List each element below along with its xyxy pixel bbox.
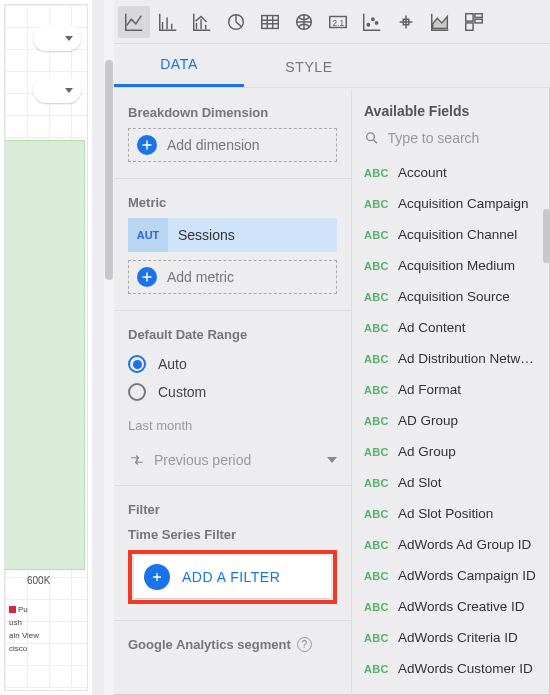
field-item[interactable]: ABCAdWords Creative ID	[352, 591, 550, 622]
field-label: Account	[398, 165, 447, 180]
field-item[interactable]: ABCAd Distribution Netw…	[352, 343, 550, 374]
field-label: Acquisition Campaign	[398, 196, 529, 211]
help-icon[interactable]: ?	[297, 637, 312, 652]
field-type-abc-icon: ABC	[364, 353, 388, 365]
field-type-abc-icon: ABC	[364, 167, 388, 179]
add-metric-button[interactable]: Add metric	[128, 260, 337, 294]
section-ga-segment-title: Google Analytics segment	[128, 637, 291, 652]
field-label: AdWords Ad Group ID	[398, 537, 531, 552]
daterange-summary: Last month	[128, 418, 337, 433]
chart-type-combo[interactable]	[186, 6, 218, 38]
svg-rect-12	[466, 22, 473, 29]
preview-chip[interactable]	[33, 77, 81, 103]
svg-rect-11	[475, 19, 482, 23]
section-daterange-title: Default Date Range	[128, 327, 337, 342]
chart-type-area[interactable]	[424, 6, 456, 38]
field-label: AdWords Criteria ID	[398, 630, 518, 645]
field-label: Ad Format	[398, 382, 461, 397]
field-item[interactable]: ABCAd Slot Position	[352, 498, 550, 529]
field-label: Acquisition Medium	[398, 258, 515, 273]
field-item[interactable]: ABCAdWords Criteria ID	[352, 622, 550, 653]
field-label: Ad Distribution Netw…	[398, 351, 534, 366]
field-type-abc-icon: ABC	[364, 415, 388, 427]
tab-data[interactable]: DATA	[114, 56, 244, 87]
daterange-auto[interactable]: Auto	[128, 350, 337, 378]
plus-icon	[137, 267, 157, 287]
field-type-abc-icon: ABC	[364, 508, 388, 520]
field-item[interactable]: ABCAd Slot	[352, 467, 550, 498]
add-dimension-label: Add dimension	[167, 137, 260, 153]
field-type-abc-icon: ABC	[364, 632, 388, 644]
field-item[interactable]: ABCAd Group	[352, 436, 550, 467]
field-type-abc-icon: ABC	[364, 260, 388, 272]
field-label: AdWords Campaign ID	[398, 568, 536, 583]
available-fields-panel: Available Fields ABCAccountABCAcquisitio…	[352, 89, 550, 695]
available-fields-title: Available Fields	[364, 103, 538, 119]
field-item[interactable]: ABCAdWords Customer ID	[352, 653, 550, 684]
svg-rect-1	[262, 15, 279, 28]
svg-text:2.1: 2.1	[333, 18, 345, 27]
field-type-abc-icon: ABC	[364, 384, 388, 396]
svg-point-13	[367, 133, 375, 141]
field-label: Acquisition Channel	[398, 227, 517, 242]
field-item[interactable]: ABCAccount	[352, 157, 550, 188]
field-type-abc-icon: ABC	[364, 322, 388, 334]
plus-icon	[144, 564, 170, 590]
section-metric-title: Metric	[128, 195, 337, 210]
add-filter-button[interactable]: ADD A FILTER	[134, 556, 331, 598]
field-item[interactable]: ABCAdWords Ad Group ID	[352, 529, 550, 560]
svg-point-5	[367, 23, 369, 25]
field-item[interactable]: ABCAdWords Campaign ID	[352, 560, 550, 591]
field-item[interactable]: ABCAcquisition Channel	[352, 219, 550, 250]
chart-type-toolbar: 2.1	[114, 0, 550, 44]
tutorial-highlight: ADD A FILTER	[128, 550, 337, 604]
filter-subtitle: Time Series Filter	[128, 527, 337, 542]
fields-scrollbar[interactable]	[543, 209, 550, 263]
field-item[interactable]: ABCAcquisition Campaign	[352, 188, 550, 219]
chart-type-bullet[interactable]	[390, 6, 422, 38]
chart-type-scorecard[interactable]: 2.1	[322, 6, 354, 38]
panel-scrollbar[interactable]	[104, 0, 114, 695]
field-item[interactable]: ABCAd Format	[352, 374, 550, 405]
field-item[interactable]: ABCAD Group	[352, 405, 550, 436]
metric-type-badge: AUT	[128, 218, 168, 252]
field-label: Ad Slot	[398, 475, 442, 490]
chart-type-table[interactable]	[254, 6, 286, 38]
svg-point-7	[375, 21, 377, 23]
chart-type-geo[interactable]	[288, 6, 320, 38]
add-dimension-button[interactable]: Add dimension	[128, 128, 337, 162]
chart-type-bar[interactable]	[152, 6, 184, 38]
add-metric-label: Add metric	[167, 269, 234, 285]
metric-chip[interactable]: AUT Sessions	[128, 218, 337, 252]
field-item[interactable]: ABCAcquisition Medium	[352, 250, 550, 281]
field-label: Ad Slot Position	[398, 506, 493, 521]
daterange-custom[interactable]: Custom	[128, 378, 337, 406]
chart-type-pivot[interactable]	[458, 6, 490, 38]
svg-rect-10	[475, 13, 482, 17]
field-type-abc-icon: ABC	[364, 446, 388, 458]
field-item[interactable]: ABCAcquisition Source	[352, 281, 550, 312]
section-filter-title: Filter	[128, 502, 337, 517]
preview-chip[interactable]	[33, 25, 81, 51]
field-label: Ad Content	[398, 320, 466, 335]
tab-style[interactable]: STYLE	[244, 59, 374, 87]
field-type-abc-icon: ABC	[364, 198, 388, 210]
radio-icon	[128, 383, 146, 401]
metric-label: Sessions	[168, 218, 337, 252]
field-type-abc-icon: ABC	[364, 601, 388, 613]
chart-type-scatter[interactable]	[356, 6, 388, 38]
radio-icon	[128, 355, 146, 373]
chevron-down-icon	[327, 457, 337, 463]
field-label: AD Group	[398, 413, 458, 428]
field-item[interactable]: ABCAd Content	[352, 312, 550, 343]
field-type-abc-icon: ABC	[364, 539, 388, 551]
plus-icon	[137, 135, 157, 155]
field-type-abc-icon: ABC	[364, 477, 388, 489]
fields-search-input[interactable]	[388, 130, 538, 146]
compare-period-select[interactable]: Previous period	[128, 451, 337, 469]
field-type-abc-icon: ABC	[364, 663, 388, 675]
field-type-abc-icon: ABC	[364, 570, 388, 582]
fields-search[interactable]	[364, 129, 538, 147]
chart-type-pie[interactable]	[220, 6, 252, 38]
chart-type-time-series[interactable]	[118, 6, 150, 38]
